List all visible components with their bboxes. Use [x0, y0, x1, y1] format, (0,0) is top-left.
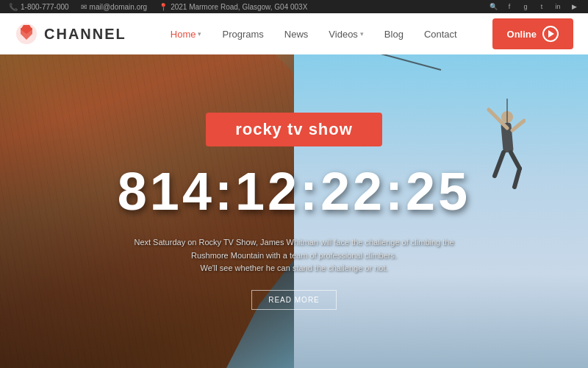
hero-description: Next Saturday on Rocky TV Show, James Wh…	[118, 236, 470, 275]
show-title: rocky tv show	[206, 113, 382, 146]
search-icon[interactable]: 🔍	[488, 1, 498, 12]
utility-bar: 📞 1-800-777-000 ✉ mail@domain.org 📍 2021…	[0, 0, 588, 13]
email-info: ✉ mail@domain.org	[81, 3, 148, 11]
linkedin-icon[interactable]: in	[553, 1, 563, 12]
phone-icon: 📞	[9, 3, 18, 11]
read-more-button[interactable]: READ MORE	[251, 290, 337, 310]
online-button[interactable]: Online	[492, 18, 573, 49]
nav-blog[interactable]: Blog	[384, 29, 404, 40]
nav-videos[interactable]: Videos ▾	[329, 29, 364, 40]
youtube-icon[interactable]: ▶	[569, 1, 579, 12]
location-icon: 📍	[159, 3, 168, 11]
facebook-icon[interactable]: f	[504, 1, 514, 12]
nav-links: Home ▾ Programs News Videos ▾ Blog Conta…	[171, 29, 492, 40]
logo-icon	[15, 22, 38, 46]
hero-content: rocky tv show 814:12:22:25 Next Saturday…	[0, 54, 588, 368]
navbar: CHANNEL Home ▾ Programs News Videos ▾ Bl…	[0, 13, 588, 54]
videos-chevron-icon: ▾	[360, 30, 364, 38]
email-icon: ✉	[81, 3, 87, 11]
address-info: 📍 2021 Marmore Road, Glasgow, G04 003X	[159, 3, 307, 11]
play-icon	[542, 26, 559, 42]
social-links: 🔍 f g t in ▶	[488, 1, 579, 12]
nav-home[interactable]: Home ▾	[171, 29, 202, 40]
logo-text: CHANNEL	[44, 26, 126, 43]
phone-info: 📞 1-800-777-000	[9, 3, 69, 11]
play-triangle	[548, 30, 554, 38]
countdown-timer: 814:12:22:25	[118, 161, 470, 222]
home-chevron-icon: ▾	[198, 30, 201, 38]
nav-news[interactable]: News	[284, 29, 309, 40]
hero-section: rocky tv show 814:12:22:25 Next Saturday…	[0, 54, 588, 368]
googleplus-icon[interactable]: g	[520, 1, 531, 12]
nav-programs[interactable]: Programs	[222, 29, 263, 40]
logo[interactable]: CHANNEL	[15, 22, 126, 46]
twitter-icon[interactable]: t	[537, 1, 547, 12]
nav-contact[interactable]: Contact	[424, 29, 457, 40]
